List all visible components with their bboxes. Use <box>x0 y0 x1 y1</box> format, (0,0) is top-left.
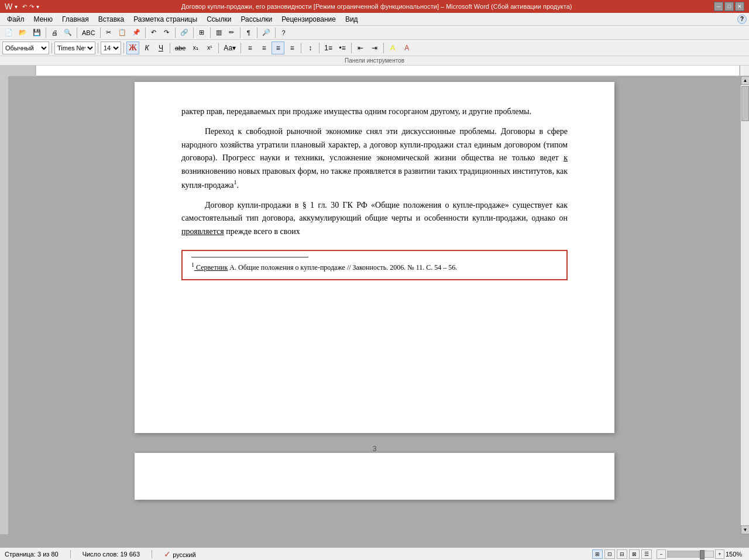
fmt-sep-2 <box>98 43 98 53</box>
spell-button[interactable]: ABC <box>80 27 98 39</box>
view-outline-button[interactable]: ⊠ <box>629 549 640 559</box>
menu-review[interactable]: Рецензирование <box>277 14 341 25</box>
status-bar: Страница: 3 из 80 Число слов: 19 663 ✓ р… <box>0 547 749 560</box>
minimize-button[interactable]: ─ <box>714 2 723 11</box>
zoom-handle[interactable] <box>700 550 705 559</box>
scroll-up-button[interactable]: ▲ <box>741 76 749 85</box>
footnote-ref-1: 1 <box>234 179 237 185</box>
status-language[interactable]: ✓ русский <box>164 549 196 559</box>
menu-menu[interactable]: Меню <box>29 14 57 25</box>
ruler-svg <box>36 66 740 76</box>
status-page: Страница: 3 из 80 <box>5 551 59 558</box>
menu-mailings[interactable]: Рассылки <box>236 14 277 25</box>
align-right-button[interactable]: ≡ <box>272 42 284 54</box>
show-hide-button[interactable]: ¶ <box>243 27 255 39</box>
fmt-sep-5 <box>218 43 219 53</box>
zoom-in-button[interactable]: + <box>715 549 724 559</box>
menu-insert[interactable]: Вставка <box>94 14 129 25</box>
zoom-button[interactable]: 🔎 <box>260 27 273 39</box>
view-draft-button[interactable]: ☰ <box>641 549 652 559</box>
formatting-toolbar: Обычный Times Nev 14 Ж К Ч abe x₁ x¹ Аа▾… <box>0 40 749 56</box>
line-spacing-button[interactable]: ↕ <box>304 42 317 54</box>
footnote-1: 1 Серветник А. Общие положения о купле-п… <box>191 260 558 273</box>
separator-9 <box>257 28 257 38</box>
align-justify-button[interactable]: ≡ <box>286 42 298 54</box>
hyperlink-button[interactable]: 🔗 <box>178 27 191 39</box>
help-icon[interactable]: ? <box>737 15 747 24</box>
separator-8 <box>240 28 240 38</box>
fmt-sep-10 <box>383 43 384 53</box>
undo-button[interactable]: ↶ <box>148 27 160 39</box>
menu-bar: Файл Меню Главная Вставка Разметка стран… <box>0 13 749 26</box>
ruler-inner <box>35 66 740 76</box>
font-select[interactable]: Times Nev <box>54 42 95 54</box>
scroll-down-button[interactable]: ▼ <box>741 525 749 534</box>
paste-button[interactable]: 📌 <box>130 27 143 39</box>
bold-button[interactable]: Ж <box>126 42 139 54</box>
scroll-thumb[interactable] <box>741 86 749 121</box>
maximize-button[interactable]: □ <box>724 2 734 11</box>
cut-button[interactable]: ✂ <box>103 27 115 39</box>
toolbar-row-1: 📄 📂 💾 🖨 🔍 ABC ✂ 📋 📌 ↶ ↷ 🔗 ⊞ ▥ ✏ ¶ 🔎 ? <box>0 26 749 40</box>
underlined-word: проявляется <box>181 227 224 236</box>
case-button[interactable]: Аа▾ <box>221 42 238 54</box>
columns-button[interactable]: ▥ <box>213 27 225 39</box>
preview-button[interactable]: 🔍 <box>61 27 74 39</box>
view-full-button[interactable]: ⊡ <box>604 549 615 559</box>
superscript-button[interactable]: x¹ <box>203 42 216 54</box>
zoom-slider[interactable] <box>667 551 714 558</box>
separator-1 <box>46 28 46 38</box>
view-buttons[interactable]: ⊞ ⊡ ⊟ ⊠ ☰ <box>592 549 652 559</box>
fmt-sep-6 <box>240 43 241 53</box>
align-left-button[interactable]: ≡ <box>243 42 256 54</box>
document-scroll-area[interactable]: рактер прав, передаваемых при продаже им… <box>9 76 740 534</box>
redo-button[interactable]: ↷ <box>161 27 173 39</box>
vertical-ruler <box>0 76 9 534</box>
size-select[interactable]: 14 <box>101 42 121 54</box>
increase-indent-button[interactable]: ⇥ <box>368 42 381 54</box>
menu-references[interactable]: Ссылки <box>202 14 236 25</box>
font-color-button[interactable]: A <box>400 42 413 54</box>
zoom-out-button[interactable]: − <box>657 549 666 559</box>
underline-button[interactable]: Ч <box>154 42 167 54</box>
copy-button[interactable]: 📋 <box>116 27 129 39</box>
vertical-scrollbar[interactable]: ▲ ▼ <box>740 76 749 534</box>
help-button-toolbar[interactable]: ? <box>278 27 290 39</box>
menu-layout[interactable]: Разметка страницы <box>129 14 202 25</box>
drawing-button[interactable]: ✏ <box>226 27 238 39</box>
view-web-button[interactable]: ⊟ <box>617 549 627 559</box>
view-normal-button[interactable]: ⊞ <box>592 549 603 559</box>
separator-6 <box>193 28 194 38</box>
align-center-button[interactable]: ≡ <box>257 42 270 54</box>
para3-text: Договор купли-продажи в § 1 гл. 30 ГК РФ… <box>181 201 568 236</box>
highlight-button[interactable]: A <box>386 42 399 54</box>
italic-button[interactable]: К <box>140 42 153 54</box>
page-number-display: 3 <box>373 445 377 453</box>
bullets-button[interactable]: •≡ <box>336 42 349 54</box>
decrease-indent-button[interactable]: ⇤ <box>354 42 367 54</box>
menu-file[interactable]: Файл <box>2 14 29 25</box>
strikethrough-button[interactable]: abe <box>173 42 188 54</box>
zoom-area[interactable]: − + 150% <box>657 549 744 559</box>
table-button[interactable]: ⊞ <box>196 27 208 39</box>
save-button[interactable]: 💾 <box>30 27 43 39</box>
menu-home[interactable]: Главная <box>57 14 94 25</box>
document-page: рактер прав, передаваемых при продаже им… <box>135 82 614 433</box>
ruler-left-margin <box>0 66 35 76</box>
new-button[interactable]: 📄 <box>2 27 15 39</box>
status-sep-2 <box>152 550 152 558</box>
separator-10 <box>275 28 276 38</box>
print-button[interactable]: 🖨 <box>49 27 60 39</box>
page-content: рактер прав, передаваемых при продаже им… <box>181 105 568 280</box>
subscript-button[interactable]: x₁ <box>189 42 202 54</box>
scroll-track[interactable] <box>741 85 749 525</box>
window-controls[interactable]: ─ □ ✕ <box>714 2 744 11</box>
style-select[interactable]: Обычный <box>2 42 49 54</box>
numbering-button[interactable]: 1≡ <box>322 42 335 54</box>
para2-text: Переход к свободной рыночной экономике с… <box>181 127 568 189</box>
close-button[interactable]: ✕ <box>735 2 744 11</box>
menu-view[interactable]: Вид <box>341 14 363 25</box>
window-title: Договор купли-продажи, его разновидности… <box>39 3 714 10</box>
open-button[interactable]: 📂 <box>16 27 29 39</box>
status-sep-1 <box>70 550 71 558</box>
